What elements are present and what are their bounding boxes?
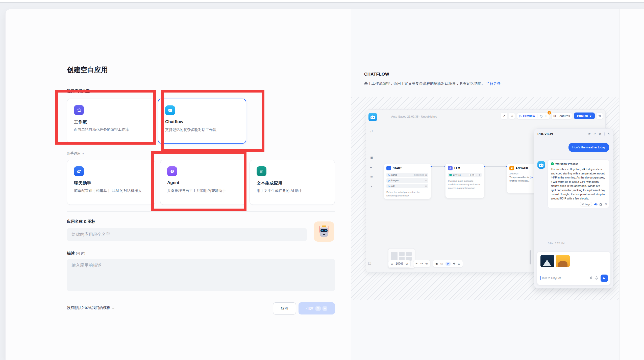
message-actions: Logs ⟲ — [580, 202, 607, 206]
card-title: 工作流 — [74, 119, 87, 125]
doc-panel-icon[interactable]: ≣ — [370, 175, 373, 179]
help-panel-icon[interactable]: ◔ — [370, 185, 372, 188]
start-field-name: (x) name REQUIRED⊠ — [386, 173, 428, 177]
app-type-card-agent[interactable]: Agent 具备推理与自主工具调用的智能助手 — [160, 160, 246, 205]
play-panel-icon[interactable]: ▸ — [370, 165, 372, 169]
dialog-right-gutter — [619, 9, 644, 360]
chat-preview-panel: PREVIEW ⟳ ↗ ⇄ | × How's the weather toda… — [534, 128, 613, 288]
speaker-icon[interactable] — [594, 203, 598, 206]
zoom-toolbar: ⊖ 100% ⊕ ↶ ↷ ⟲ ◉ ▭ ➤ ❖ ⊞ — [386, 260, 463, 267]
screen: 创建空白应用 选择应用类型 工作流 面向单轮自动化任务的编排工作流 — [0, 0, 644, 360]
history-icon[interactable]: ⟲ — [425, 262, 428, 265]
beginner-section-toggle[interactable]: 新手适用∨ — [67, 151, 84, 156]
regenerate-icon[interactable]: ⟲ — [604, 202, 607, 206]
send-button[interactable]: ▶ — [601, 275, 608, 282]
image-panel-icon[interactable]: ▣ — [370, 156, 373, 160]
attachment-thumbnail-sunset[interactable] — [556, 255, 570, 267]
run-group: ▷Preview ◷ ⊟ 2 — [517, 112, 550, 119]
add-block-icon[interactable]: ◉ — [435, 262, 438, 265]
zoom-in-icon[interactable]: ⊕ — [406, 262, 408, 265]
env-icon[interactable]: ⌸ — [509, 112, 515, 119]
close-icon[interactable]: × — [608, 132, 610, 136]
node-start[interactable]: ⌂ START (x) name REQUIRED⊠ (x) images ⊡ — [384, 163, 431, 199]
pointer-tool-icon[interactable]: ➤ — [445, 262, 451, 266]
open-external-icon[interactable]: ↗ — [501, 112, 507, 119]
timer-icon[interactable]: ◷ — [540, 114, 542, 118]
app-type-card-text-generator[interactable]: 文本生成应用 用于文本生成任务的 AI 助手 — [250, 160, 335, 205]
templates-link[interactable]: 没有想法? 试试我们的模板 → — [67, 305, 115, 310]
paperclip-icon[interactable] — [589, 276, 593, 280]
undo-icon[interactable]: ↶ — [416, 262, 418, 265]
chat-input-card: Talk to DifyBot ▶ — [537, 252, 611, 285]
bot-message-bubble: ✓ Workflow Process › The weather in Boyd… — [548, 160, 609, 208]
open-external-icon[interactable]: ↗ — [593, 132, 596, 136]
chat-assistant-icon — [74, 166, 84, 176]
note-icon[interactable]: ▭ — [440, 262, 443, 265]
create-app-form: 创建空白应用 选择应用类型 工作流 面向单轮自动化任务的编排工作流 — [6, 9, 351, 360]
kbd-cmd: ⌘ — [315, 306, 321, 311]
start-field-images: (x) images ⊡ — [386, 178, 428, 183]
hand-tool-icon[interactable]: ❖ — [453, 262, 456, 265]
chat-preview-header: PREVIEW ⟳ ↗ ⇄ | × — [534, 129, 613, 139]
zoom-out-icon[interactable]: ⊖ — [391, 262, 393, 265]
connector-llm-answer — [484, 166, 507, 167]
app-logo-icon — [368, 113, 377, 121]
preview-run-button[interactable]: ▷Preview — [519, 114, 535, 118]
app-type-card-chat-assistant[interactable]: 聊天助手 简单配置即可构建基于 LLM 的对话机器人 — [67, 160, 155, 205]
workflow-process-toggle[interactable]: ✓ Workflow Process › — [551, 162, 606, 165]
success-check-icon: ✓ — [551, 162, 554, 165]
answer-node-icon: ▣ — [509, 166, 514, 170]
features-button[interactable]: ⊞Features — [551, 112, 572, 119]
autosave-status: Auto-Saved 21:02:35 · Unpublished — [391, 115, 437, 118]
message-meta: 5.6s · 1:20 PM — [548, 242, 564, 245]
restart-icon[interactable]: ⟳ — [588, 132, 591, 136]
collapse-panel-icon[interactable]: ❏ — [368, 262, 371, 265]
card-desc: 面向单轮自动化任务的编排工作流 — [74, 127, 150, 132]
logs-button[interactable]: Logs — [580, 202, 592, 206]
user-message-bubble: How's the weather today — [568, 143, 609, 152]
var-icon: ⊠ — [425, 174, 427, 176]
bot-message-text: The weather in Boydton, VA today is clea… — [551, 167, 606, 200]
publish-button[interactable]: Publish∨ — [574, 112, 595, 119]
cancel-button[interactable]: 取消 — [273, 302, 296, 314]
chat-input[interactable]: Talk to DifyBot — [540, 276, 561, 280]
swap-icon[interactable]: ⇄ — [599, 132, 601, 136]
swap-icon[interactable]: ⇄ — [370, 129, 373, 133]
create-button[interactable]: 创建 ⌘ ↵ — [299, 302, 335, 314]
robot-avatar-icon — [318, 226, 330, 238]
app-type-card-chatflow[interactable]: Chatflow 支持记忆的复杂多轮对话工作流 — [158, 99, 246, 144]
checklist-icon[interactable]: ⊟ — [545, 114, 547, 118]
model-provider-icon — [449, 174, 452, 176]
bot-avatar — [537, 161, 545, 169]
workflow-icon — [74, 105, 84, 115]
history-icon[interactable]: ⟲ — [596, 112, 603, 119]
text-generator-icon — [257, 166, 266, 176]
app-description-textarea[interactable] — [67, 259, 335, 291]
card-desc: 简单配置即可构建基于 LLM 的对话机器人 — [74, 188, 150, 193]
copy-icon[interactable] — [600, 203, 602, 206]
card-title: 文本生成应用 — [257, 180, 282, 186]
variable-token: {{w — [530, 176, 533, 178]
mic-icon[interactable] — [595, 276, 598, 280]
node-llm[interactable]: ◎ LLM GPT-4o CHAT ♆ ⚙ Invoking large lan… — [445, 163, 484, 198]
agent-icon — [167, 166, 177, 176]
chevron-down-icon: ∨ — [589, 114, 592, 118]
zoom-level[interactable]: 100% — [395, 262, 403, 265]
start-field-pdf: (x) pdf ⊡ — [386, 184, 428, 188]
app-type-preview-panel: CHATFLOW 基于工作流编排，适用于定义等复杂流程的多轮对话场景，具有记忆功… — [351, 9, 619, 360]
app-name-label: 应用名称 & 图标 — [67, 219, 95, 224]
chatflow-icon — [165, 105, 175, 115]
app-name-input[interactable] — [67, 228, 307, 241]
app-type-card-workflow[interactable]: 工作流 面向单轮自动化任务的编排工作流 — [67, 99, 155, 144]
file-icon: ⊡ — [425, 179, 427, 182]
canvas-scrollbar[interactable] — [530, 250, 531, 264]
attachment-thumbnail-mountain[interactable] — [540, 255, 554, 267]
app-icon-picker[interactable] — [314, 221, 334, 242]
play-icon: ▷ — [519, 114, 522, 118]
redo-icon[interactable]: ↷ — [420, 262, 423, 265]
notification-badge: 2 — [548, 111, 551, 115]
organize-icon[interactable]: ⊞ — [458, 262, 460, 265]
learn-more-link[interactable]: 了解更多 — [486, 81, 501, 85]
gear-icon: ⚙ — [479, 174, 480, 176]
description-label: 描述 (可选) — [67, 251, 85, 256]
